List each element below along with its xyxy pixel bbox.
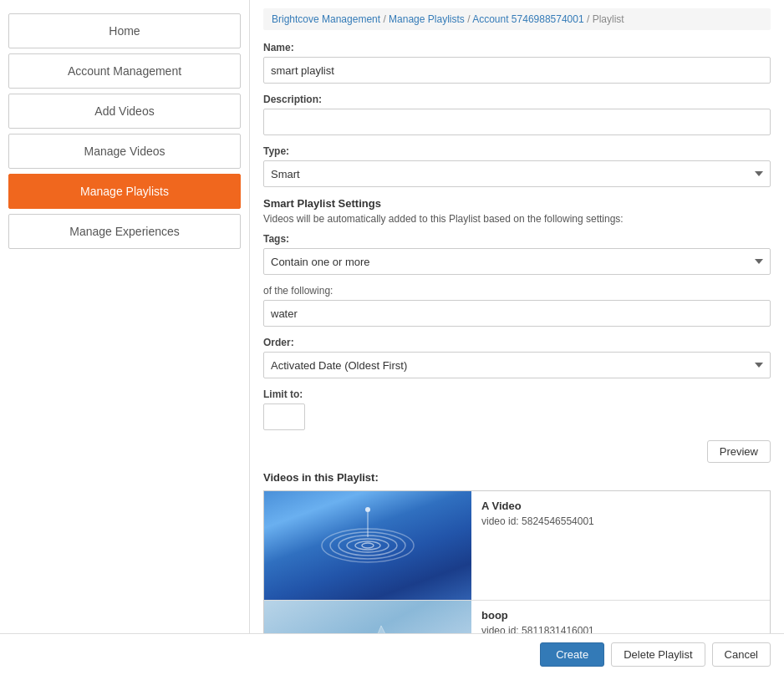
of-following-label: of the following: xyxy=(263,285,771,297)
delete-playlist-button[interactable]: Delete Playlist xyxy=(611,642,705,667)
tags-group: Tags: Contain one or more Contain all xyxy=(263,233,771,275)
limit-input[interactable] xyxy=(263,403,305,430)
create-button[interactable]: Create xyxy=(540,642,604,667)
description-input[interactable] xyxy=(263,109,771,135)
sidebar-item-add-videos-label: Add Videos xyxy=(94,104,154,118)
tags-select[interactable]: Contain one or more Contain all xyxy=(263,248,771,275)
sidebar-item-add-videos[interactable]: Add Videos xyxy=(8,94,241,129)
breadcrumb: Brightcove Management / Manage Playlists… xyxy=(263,8,771,30)
order-select[interactable]: Activated Date (Oldest First) Activated … xyxy=(263,352,771,378)
preview-button[interactable]: Preview xyxy=(707,440,771,463)
main-content: Brightcove Management / Manage Playlists… xyxy=(250,0,784,675)
videos-container[interactable]: A Video video id: 5824546554001 xyxy=(263,490,771,649)
name-group: Name: xyxy=(263,42,771,84)
smart-settings-desc: Videos will be automatically added to th… xyxy=(263,213,771,225)
footer-bar: Create Delete Playlist Cancel xyxy=(0,633,784,675)
sidebar-item-account-management[interactable]: Account Management xyxy=(8,53,241,89)
breadcrumb-brightcove[interactable]: Brightcove Management xyxy=(272,13,380,25)
svg-point-7 xyxy=(365,507,370,512)
video-thumbnail-1 xyxy=(264,491,471,600)
video-id-1: video id: 5824546554001 xyxy=(481,515,760,527)
smart-settings-title: Smart Playlist Settings xyxy=(263,197,771,210)
sidebar-item-account-management-label: Account Management xyxy=(68,64,181,78)
description-label: Description: xyxy=(263,94,771,105)
video-title-2: boop xyxy=(481,609,760,622)
list-item: A Video video id: 5824546554001 xyxy=(264,491,770,601)
of-following-group: of the following: xyxy=(263,285,771,327)
breadcrumb-manage-playlists[interactable]: Manage Playlists xyxy=(389,13,465,25)
svg-point-5 xyxy=(362,543,374,548)
limit-label: Limit to: xyxy=(263,388,771,400)
cancel-button[interactable]: Cancel xyxy=(712,642,771,667)
breadcrumb-current: Playlist xyxy=(593,13,624,25)
name-input[interactable] xyxy=(263,57,771,84)
smart-settings-section: Smart Playlist Settings Videos will be a… xyxy=(263,197,771,430)
order-group: Order: Activated Date (Oldest First) Act… xyxy=(263,337,771,378)
order-label: Order: xyxy=(263,337,771,348)
preview-row: Preview xyxy=(263,440,771,463)
type-select[interactable]: Smart Manual xyxy=(263,160,771,187)
sidebar-item-manage-videos-label: Manage Videos xyxy=(84,145,165,158)
sidebar-item-manage-playlists-label: Manage Playlists xyxy=(80,185,169,198)
sidebar-item-manage-playlists[interactable]: Manage Playlists xyxy=(8,174,241,209)
video-info-1: A Video video id: 5824546554001 xyxy=(471,491,770,600)
sidebar-item-manage-videos[interactable]: Manage Videos xyxy=(8,134,241,169)
videos-label: Videos in this Playlist: xyxy=(263,471,771,484)
sidebar-item-manage-experiences[interactable]: Manage Experiences xyxy=(8,214,241,249)
breadcrumb-account[interactable]: Account 5746988574001 xyxy=(472,13,583,25)
sidebar: Home Account Management Add Videos Manag… xyxy=(0,0,250,675)
type-label: Type: xyxy=(263,145,771,157)
type-group: Type: Smart Manual xyxy=(263,145,771,187)
water-ripple-icon xyxy=(318,495,418,596)
name-label: Name: xyxy=(263,42,771,53)
sidebar-item-manage-experiences-label: Manage Experiences xyxy=(69,225,180,238)
limit-group: Limit to: xyxy=(263,388,771,430)
sidebar-item-home[interactable]: Home xyxy=(8,13,241,48)
description-group: Description: xyxy=(263,94,771,135)
tags-label: Tags: xyxy=(263,233,771,245)
tags-input[interactable] xyxy=(263,300,771,327)
video-title-1: A Video xyxy=(481,500,760,512)
sidebar-item-home-label: Home xyxy=(109,24,140,38)
